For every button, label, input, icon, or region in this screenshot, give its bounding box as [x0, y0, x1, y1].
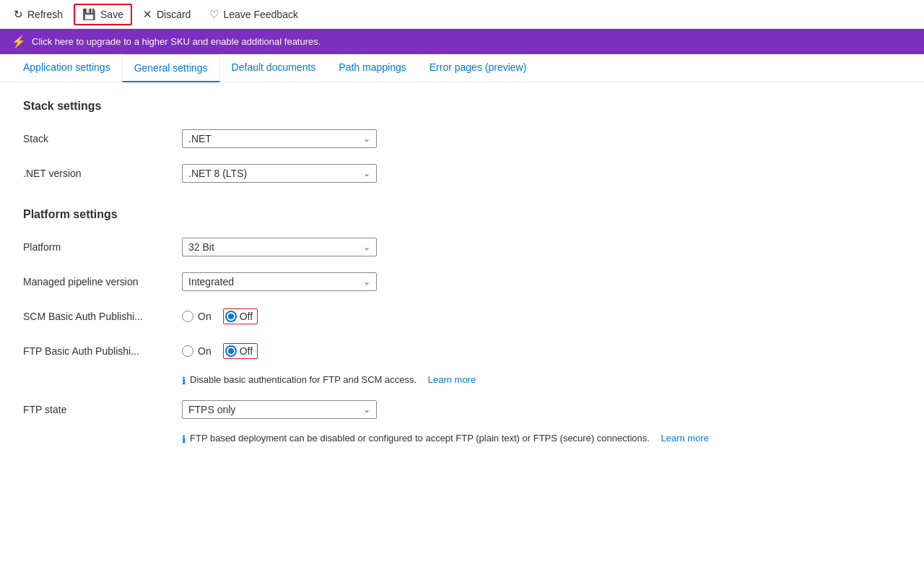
managed-pipeline-value: Integrated — [188, 276, 234, 288]
stack-label: Stack — [23, 133, 182, 144]
refresh-button[interactable]: ↻ Refresh — [6, 4, 71, 25]
managed-pipeline-select[interactable]: Integrated ⌄ — [182, 272, 377, 291]
ftp-basic-auth-radio-group: On Off — [182, 343, 258, 359]
scm-off-radio[interactable]: Off — [223, 308, 258, 324]
scm-off-label: Off — [240, 311, 253, 322]
ftp-off-label: Off — [240, 345, 253, 357]
tab-application-settings[interactable]: Application settings — [12, 54, 122, 82]
ftp-state-value: FTPS only — [188, 404, 235, 415]
ftp-on-radio[interactable]: On — [182, 345, 212, 357]
upgrade-banner[interactable]: ⚡ Click here to upgrade to a higher SKU … — [0, 29, 924, 54]
managed-pipeline-label: Managed pipeline version — [23, 276, 182, 288]
refresh-label: Refresh — [27, 9, 63, 20]
managed-pipeline-control: Integrated ⌄ — [182, 272, 384, 291]
scm-basic-auth-label: SCM Basic Auth Publishi... — [23, 311, 182, 322]
main-content: Stack settings Stack .NET ⌄ .NET version… — [0, 82, 751, 485]
toolbar: ↻ Refresh 💾 Save ✕ Discard ♡ Leave Feedb… — [0, 0, 924, 29]
platform-settings-header: Platform settings — [23, 208, 728, 221]
lightning-icon: ⚡ — [12, 35, 26, 48]
save-button[interactable]: 💾 Save — [74, 4, 132, 25]
ftp-state-learn-more-link[interactable]: Learn more — [661, 433, 708, 444]
ftp-off-radio[interactable]: Off — [223, 343, 258, 359]
scm-on-radio[interactable]: On — [182, 311, 212, 322]
ftp-on-label: On — [198, 345, 212, 357]
net-version-label: .NET version — [23, 168, 182, 179]
scm-off-radio-wrapper: Off — [223, 308, 258, 324]
net-version-select[interactable]: .NET 8 (LTS) ⌄ — [182, 164, 377, 183]
platform-settings-section: Platform settings Platform 32 Bit ⌄ Mana… — [23, 208, 728, 445]
stack-select[interactable]: .NET ⌄ — [182, 129, 377, 148]
chevron-down-icon: ⌄ — [363, 277, 370, 287]
tab-error-pages[interactable]: Error pages (preview) — [418, 54, 539, 82]
discard-label: Discard — [157, 9, 191, 20]
discard-icon: ✕ — [143, 8, 152, 21]
ftp-basic-auth-row: FTP Basic Auth Publishi... On Off — [23, 340, 728, 363]
stack-row: Stack .NET ⌄ — [23, 127, 728, 150]
tab-navigation: Application settings General settings De… — [0, 54, 924, 82]
platform-label: Platform — [23, 241, 182, 253]
net-version-row: .NET version .NET 8 (LTS) ⌄ — [23, 162, 728, 185]
ftp-state-select[interactable]: FTPS only ⌄ — [182, 400, 377, 419]
ftp-info-text: Disable basic authentication for FTP and… — [190, 374, 417, 385]
ftp-state-info-row: ℹ FTP based deployment can be disabled o… — [182, 433, 728, 445]
ftp-basic-auth-label: FTP Basic Auth Publishi... — [23, 345, 182, 357]
feedback-label: Leave Feedback — [223, 9, 298, 20]
info-icon: ℹ — [182, 433, 186, 445]
feedback-button[interactable]: ♡ Leave Feedback — [201, 4, 306, 25]
info-icon: ℹ — [182, 375, 186, 386]
refresh-icon: ↻ — [14, 8, 23, 21]
save-label: Save — [100, 9, 123, 20]
tab-path-mappings[interactable]: Path mappings — [327, 54, 417, 82]
discard-button[interactable]: ✕ Discard — [135, 4, 199, 25]
stack-settings-header: Stack settings — [23, 100, 728, 113]
platform-row: Platform 32 Bit ⌄ — [23, 235, 728, 259]
net-version-control: .NET 8 (LTS) ⌄ — [182, 164, 384, 183]
platform-control: 32 Bit ⌄ — [182, 238, 384, 256]
ftp-state-info-text: FTP based deployment can be disabled or … — [190, 433, 650, 444]
stack-control: .NET ⌄ — [182, 129, 384, 148]
net-version-value: .NET 8 (LTS) — [188, 168, 247, 179]
platform-value: 32 Bit — [188, 241, 214, 253]
ftp-state-control: FTPS only ⌄ — [182, 400, 384, 419]
chevron-down-icon: ⌄ — [363, 168, 370, 178]
scm-basic-auth-row: SCM Basic Auth Publishi... On Off — [23, 305, 728, 328]
ftp-off-radio-input[interactable] — [225, 345, 237, 357]
banner-text: Click here to upgrade to a higher SKU an… — [32, 36, 321, 47]
chevron-down-icon: ⌄ — [363, 242, 370, 252]
chevron-down-icon: ⌄ — [363, 405, 370, 415]
stack-value: .NET — [188, 133, 212, 144]
scm-off-radio-input[interactable] — [225, 311, 237, 322]
ftp-learn-more-link[interactable]: Learn more — [428, 374, 476, 385]
scm-on-radio-input[interactable] — [182, 311, 193, 322]
platform-select[interactable]: 32 Bit ⌄ — [182, 238, 377, 256]
ftp-state-label: FTP state — [23, 404, 182, 415]
tab-default-documents[interactable]: Default documents — [220, 54, 328, 82]
save-icon: 💾 — [82, 8, 96, 21]
ftp-on-radio-input[interactable] — [182, 345, 193, 357]
managed-pipeline-row: Managed pipeline version Integrated ⌄ — [23, 270, 728, 293]
ftp-state-row: FTP state FTPS only ⌄ — [23, 398, 728, 421]
ftp-info-row: ℹ Disable basic authentication for FTP a… — [182, 374, 728, 386]
scm-basic-auth-radio-group: On Off — [182, 308, 258, 324]
stack-settings-section: Stack settings Stack .NET ⌄ .NET version… — [23, 100, 728, 185]
ftp-off-radio-wrapper: Off — [223, 343, 258, 359]
scm-on-label: On — [198, 311, 212, 322]
feedback-icon: ♡ — [209, 8, 219, 21]
tab-general-settings[interactable]: General settings — [122, 54, 220, 82]
chevron-down-icon: ⌄ — [363, 134, 370, 144]
